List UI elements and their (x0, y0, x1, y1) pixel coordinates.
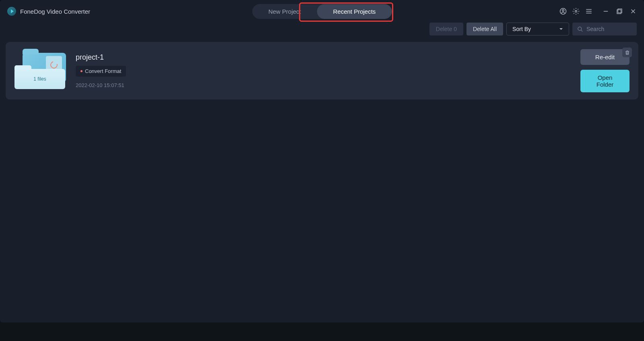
logo-area: FoneDog Video Converter (7, 7, 90, 16)
window-controls (559, 8, 637, 15)
sort-by-label: Sort By (512, 26, 531, 32)
open-folder-button[interactable]: Open Folder (580, 70, 630, 92)
delete-project-button[interactable] (622, 48, 632, 57)
titlebar: FoneDog Video Converter New Project Rece… (0, 0, 644, 23)
maximize-icon[interactable] (616, 8, 623, 15)
svg-rect-8 (617, 10, 621, 14)
project-timestamp: 2022-02-10 15:07:51 (76, 82, 571, 88)
delete-selected-button[interactable]: Delete 0 (429, 23, 463, 35)
minimize-icon[interactable] (602, 8, 609, 15)
svg-point-11 (578, 27, 582, 30)
close-icon[interactable] (630, 8, 637, 15)
svg-line-12 (581, 30, 582, 31)
trash-icon (625, 50, 630, 55)
file-count-label: 1 files (14, 69, 65, 89)
tag-label: Convert Format (85, 68, 121, 74)
search-box[interactable] (572, 23, 637, 35)
project-name: project-1 (76, 53, 571, 62)
app-logo-icon (7, 7, 16, 16)
project-card[interactable]: 1 files project-1 Convert Format 2022-02… (6, 42, 638, 100)
content-area: 1 files project-1 Convert Format 2022-02… (0, 36, 644, 322)
tab-recent-projects[interactable]: Recent Projects (317, 4, 392, 19)
toolbar: Delete 0 Delete All Sort By (0, 22, 644, 36)
project-folder-icon: 1 files (14, 53, 66, 89)
tab-new-project[interactable]: New Project (252, 4, 317, 19)
window-buttons (602, 8, 637, 15)
project-info: project-1 Convert Format 2022-02-10 15:0… (76, 53, 571, 88)
tag-dot-icon (80, 70, 83, 72)
app-window: FoneDog Video Converter New Project Rece… (0, 0, 644, 322)
svg-point-2 (575, 10, 577, 12)
app-title: FoneDog Video Converter (20, 8, 90, 15)
search-icon (577, 26, 583, 32)
user-icon[interactable] (559, 8, 567, 15)
delete-all-button[interactable]: Delete All (466, 23, 503, 35)
sort-by-dropdown[interactable]: Sort By (506, 23, 569, 35)
search-input[interactable] (586, 26, 632, 32)
svg-rect-7 (618, 9, 622, 13)
menu-icon[interactable] (585, 8, 592, 15)
project-tag: Convert Format (76, 66, 126, 77)
settings-icon[interactable] (572, 8, 580, 15)
chevron-down-icon (559, 27, 563, 31)
tab-switcher: New Project Recent Projects (252, 4, 392, 19)
svg-point-1 (562, 10, 564, 12)
